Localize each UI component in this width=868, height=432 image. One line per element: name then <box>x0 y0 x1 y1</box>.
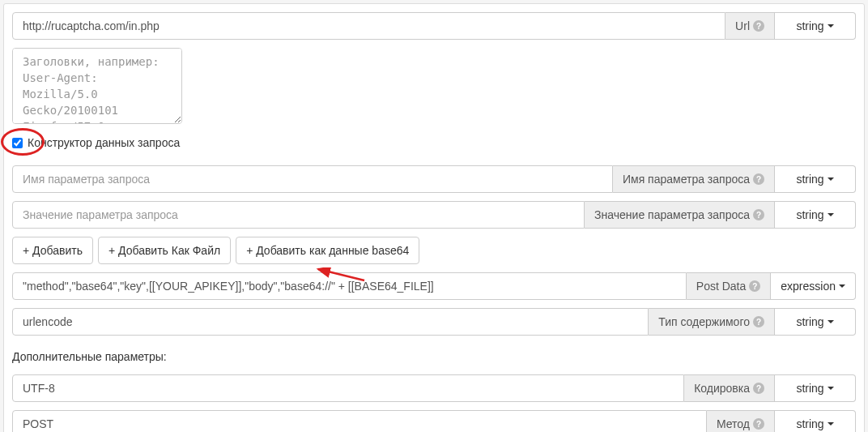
method-addon-label: Метод <box>717 417 750 430</box>
caret-down-icon <box>828 387 834 390</box>
constructor-checkbox-label: Конструктор данных запроса <box>28 136 180 149</box>
param-value-row: Значение параметра запроса ? string <box>12 201 856 229</box>
dropdown-label: expression <box>781 280 836 293</box>
button-row-wrap: + Добавить + Добавить Как Файл + Добавит… <box>12 237 856 264</box>
button-row: + Добавить + Добавить Как Файл + Добавит… <box>12 237 856 264</box>
add-button[interactable]: + Добавить <box>12 237 93 264</box>
param-name-input[interactable] <box>12 165 613 193</box>
param-name-row: Имя параметра запроса ? string <box>12 165 856 193</box>
dropdown-label: string <box>796 19 823 32</box>
post-data-type-dropdown[interactable]: expression <box>771 272 856 300</box>
dropdown-label: string <box>796 417 823 430</box>
help-icon[interactable]: ? <box>753 209 764 220</box>
encoding-addon: Кодировка ? <box>684 374 775 402</box>
help-icon[interactable]: ? <box>753 383 764 394</box>
url-input[interactable] <box>12 12 725 40</box>
dropdown-label: string <box>796 208 823 221</box>
caret-down-icon <box>828 422 834 426</box>
encoding-addon-label: Кодировка <box>694 382 750 395</box>
param-value-type-dropdown[interactable]: string <box>775 201 856 229</box>
param-name-addon: Имя параметра запроса ? <box>613 165 775 193</box>
encoding-input[interactable] <box>12 374 684 402</box>
add-as-base64-button[interactable]: + Добавить как данные base64 <box>236 237 419 264</box>
headers-row <box>12 48 856 126</box>
headers-textarea[interactable] <box>12 48 182 124</box>
method-row: Метод ? string <box>12 410 856 432</box>
post-data-row: Post Data ? expression <box>12 272 856 300</box>
dropdown-label: string <box>796 173 823 186</box>
content-type-addon-label: Тип содержимого <box>658 315 750 328</box>
param-name-addon-label: Имя параметра запроса <box>623 173 750 186</box>
caret-down-icon <box>839 284 845 288</box>
caret-down-icon <box>828 213 834 216</box>
help-icon[interactable]: ? <box>753 316 764 327</box>
method-type-dropdown[interactable]: string <box>775 410 856 432</box>
dropdown-label: string <box>796 315 823 328</box>
content-type-row: Тип содержимого ? string <box>12 308 856 336</box>
constructor-checkbox[interactable] <box>12 138 23 148</box>
param-value-input[interactable] <box>12 201 585 229</box>
dropdown-label: string <box>796 382 823 395</box>
caret-down-icon <box>828 320 834 323</box>
method-input[interactable] <box>12 410 707 432</box>
settings-panel: Url ? string Конструктор данных запроса … <box>3 3 865 432</box>
url-type-dropdown[interactable]: string <box>775 12 856 40</box>
url-row: Url ? string <box>12 12 856 40</box>
param-name-type-dropdown[interactable]: string <box>775 165 856 193</box>
help-icon[interactable]: ? <box>749 280 760 292</box>
param-value-addon: Значение параметра запроса ? <box>585 201 775 229</box>
help-icon[interactable]: ? <box>753 20 764 32</box>
add-as-file-button[interactable]: + Добавить Как Файл <box>98 237 231 264</box>
encoding-type-dropdown[interactable]: string <box>775 374 856 402</box>
help-icon[interactable]: ? <box>753 418 764 430</box>
help-icon[interactable]: ? <box>753 173 764 185</box>
post-data-input[interactable] <box>12 272 687 300</box>
url-addon: Url ? <box>725 12 775 40</box>
param-value-addon-label: Значение параметра запроса <box>594 208 750 221</box>
post-data-addon-label: Post Data <box>696 280 746 293</box>
constructor-checkbox-row: Конструктор данных запроса <box>12 136 856 149</box>
method-addon: Метод ? <box>707 410 775 432</box>
extra-params-title: Дополнительные параметры: <box>12 350 856 363</box>
content-type-input[interactable] <box>12 308 649 336</box>
caret-down-icon <box>828 178 834 181</box>
encoding-row: Кодировка ? string <box>12 374 856 402</box>
url-addon-label: Url <box>735 19 750 32</box>
post-data-addon: Post Data ? <box>687 272 771 300</box>
content-type-type-dropdown[interactable]: string <box>775 308 856 336</box>
caret-down-icon <box>828 24 834 28</box>
content-type-addon: Тип содержимого ? <box>649 308 775 336</box>
